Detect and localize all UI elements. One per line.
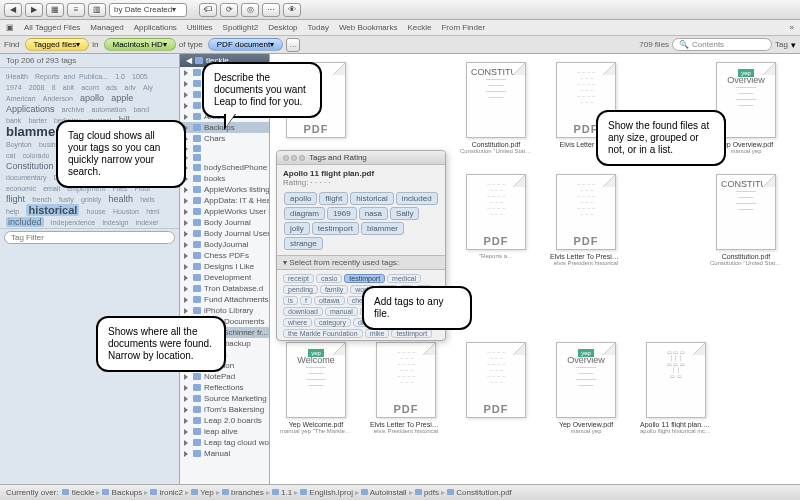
- tag-cloud-tag[interactable]: hails: [140, 196, 154, 203]
- bookmark-overflow-icon[interactable]: »: [790, 23, 794, 32]
- file-thumbnail[interactable]: yepWelcome――――――――――――――Yep Welcome.pdfm…: [280, 342, 352, 434]
- tag-cloud-tag[interactable]: Anderson: [43, 95, 73, 102]
- tree-item[interactable]: NotePad: [180, 371, 269, 382]
- path-breadcrumb[interactable]: tleckle▸ Backups▸ ironic2▸ Yep▸ branches…: [62, 488, 511, 497]
- tag-cloud-tag[interactable]: cat: [6, 152, 15, 159]
- breadcrumb-item[interactable]: pdfs: [415, 488, 439, 497]
- breadcrumb-item[interactable]: Autoinstall: [361, 488, 407, 497]
- recent-tag-chip[interactable]: testimport: [344, 274, 385, 283]
- file-thumbnail[interactable]: CONSTITUTION――――――――――――――Constitution.p…: [460, 62, 532, 154]
- breadcrumb-item[interactable]: Backups: [102, 488, 142, 497]
- tree-item[interactable]: Designs I Like: [180, 261, 269, 272]
- bookmark-item[interactable]: Keckle: [407, 23, 431, 32]
- tag-cloud-tag[interactable]: Houston: [113, 208, 139, 215]
- file-tag-chip[interactable]: 1969: [327, 207, 357, 220]
- tree-item[interactable]: Chess PDFs: [180, 250, 269, 261]
- tag-dropdown-icon[interactable]: ▾: [791, 40, 796, 50]
- tag-cloud-tag[interactable]: help: [6, 208, 19, 215]
- tree-item[interactable]: bodySchedPhone: [180, 162, 269, 173]
- quicklook-button[interactable]: 👁: [283, 3, 301, 17]
- info-button[interactable]: ◎: [241, 3, 259, 17]
- recent-tag-chip[interactable]: testimport: [391, 329, 432, 338]
- tag-cloud-tag[interactable]: colorado: [23, 152, 50, 159]
- tag-cloud-tag[interactable]: documentary: [6, 174, 46, 181]
- tag-cloud-tag[interactable]: ads: [106, 84, 117, 91]
- view-list-button[interactable]: ≡: [67, 3, 85, 17]
- tag-cloud-tag[interactable]: bank: [6, 117, 21, 124]
- file-tag-chip[interactable]: jolly: [284, 222, 310, 235]
- tag-cloud-tag[interactable]: 1005: [132, 73, 148, 80]
- tag-cloud-tag[interactable]: abit: [63, 84, 74, 91]
- tree-item[interactable]: AppleWorks User Data: [180, 206, 269, 217]
- refresh-button[interactable]: ⟳: [220, 3, 238, 17]
- tree-item[interactable]: iPhoto Library: [180, 305, 269, 316]
- forward-button[interactable]: ▶: [25, 3, 43, 17]
- tag-cloud-tag[interactable]: grinkly: [81, 196, 101, 203]
- tree-item[interactable]: books: [180, 173, 269, 184]
- back-button[interactable]: ◀: [4, 3, 22, 17]
- tree-item[interactable]: Fund Attachments: [180, 294, 269, 305]
- tag-cloud-tag[interactable]: 8: [52, 84, 56, 91]
- file-tags[interactable]: apolloflighthistoricalincludeddiagram196…: [283, 191, 439, 251]
- tag-cloud-tag[interactable]: American: [6, 95, 36, 102]
- tag-cloud-tag[interactable]: band: [133, 106, 149, 113]
- filter-pill-location[interactable]: Macintosh HD ▾: [104, 38, 176, 51]
- tag-cloud-tag[interactable]: health: [108, 194, 133, 204]
- tag-cloud-tag[interactable]: Reports and Publica...: [35, 73, 108, 80]
- breadcrumb-item[interactable]: ironic2: [150, 488, 183, 497]
- tag-cloud-tag[interactable]: historical: [26, 204, 79, 216]
- tree-item[interactable]: Body Journal User Dat: [180, 228, 269, 239]
- tag-cloud-tag[interactable]: email: [43, 185, 60, 192]
- recent-tag-chip[interactable]: mike: [365, 329, 390, 338]
- recent-tag-chip[interactable]: download: [283, 307, 323, 316]
- tree-item[interactable]: Tron Database.d: [180, 283, 269, 294]
- tag-cloud-tag[interactable]: apple: [111, 93, 133, 103]
- recent-tag-chip[interactable]: medical: [387, 274, 421, 283]
- tree-item[interactable]: Leap 2.0 boards: [180, 415, 269, 426]
- breadcrumb-item[interactable]: tleckle: [62, 488, 94, 497]
- breadcrumb-item[interactable]: Constitution.pdf: [447, 488, 512, 497]
- tree-item[interactable]: Source Marketing: [180, 393, 269, 404]
- file-thumbnail[interactable]: CONSTITUTION――――――――――――――Constitution.p…: [710, 174, 782, 266]
- bookmark-item[interactable]: Managed: [90, 23, 123, 32]
- tag-cloud-tag[interactable]: 1974: [6, 84, 22, 91]
- recent-tag-chip[interactable]: where: [283, 318, 312, 327]
- recent-tag-chip[interactable]: receipt: [283, 274, 314, 283]
- tag-cloud-tag[interactable]: acorn: [81, 84, 99, 91]
- file-tag-chip[interactable]: diagram: [284, 207, 325, 220]
- bookmark-item[interactable]: Applications: [134, 23, 177, 32]
- action-button[interactable]: ⋯: [262, 3, 280, 17]
- tag-cloud-tag[interactable]: 2008: [29, 84, 45, 91]
- tag-filter-input[interactable]: [4, 231, 175, 244]
- tag-cloud-tag[interactable]: fusty: [59, 196, 74, 203]
- rating-stars[interactable]: · · · · ·: [311, 178, 331, 187]
- tag-cloud-tag[interactable]: indexer: [136, 219, 159, 226]
- recent-tag-chip[interactable]: category: [314, 318, 351, 327]
- tree-item[interactable]: Chars: [180, 133, 269, 144]
- tag-cloud-tag[interactable]: html: [146, 208, 159, 215]
- bookmark-item[interactable]: All Tagged Files: [24, 23, 80, 32]
- file-tag-chip[interactable]: strange: [284, 237, 323, 250]
- tree-item[interactable]: Body Journal: [180, 217, 269, 228]
- panel-titlebar[interactable]: Tags and Rating: [277, 151, 445, 165]
- tree-item[interactable]: leap alive: [180, 426, 269, 437]
- tag-cloud-tag[interactable]: Aly: [143, 84, 153, 91]
- view-column-button[interactable]: ▥: [88, 3, 106, 17]
- bookmark-item[interactable]: Today: [308, 23, 329, 32]
- file-thumbnail[interactable]: ～～～～～～～～～～～～～～～～～～～～～PDF"Reports a…: [460, 174, 532, 259]
- tag-cloud-tag[interactable]: iHealth: [6, 73, 28, 80]
- sort-selector[interactable]: by Date Created ▾: [109, 3, 187, 17]
- file-thumbnail[interactable]: yepOverview――――――――――――――Yep Overview.pd…: [550, 342, 622, 434]
- tag-cloud-tag[interactable]: Constitution: [6, 161, 54, 171]
- file-tag-chip[interactable]: testimport: [312, 222, 359, 235]
- file-tag-chip[interactable]: apollo: [284, 192, 317, 205]
- tag-cloud-tag[interactable]: house: [87, 208, 106, 215]
- tree-item[interactable]: Manual: [180, 448, 269, 459]
- recent-tag-chip[interactable]: the Markle Foundation: [283, 329, 363, 338]
- tree-item[interactable]: AppData: IT & Healthcare: [180, 195, 269, 206]
- file-tag-chip[interactable]: Sally: [390, 207, 419, 220]
- file-thumbnail[interactable]: ～～～～～～～～～～～～～～～～～～～～～PDFElvis Letter To …: [550, 174, 622, 266]
- file-tag-chip[interactable]: included: [396, 192, 438, 205]
- recent-tag-chip[interactable]: pending: [283, 285, 318, 294]
- add-filter-button[interactable]: …: [286, 38, 300, 52]
